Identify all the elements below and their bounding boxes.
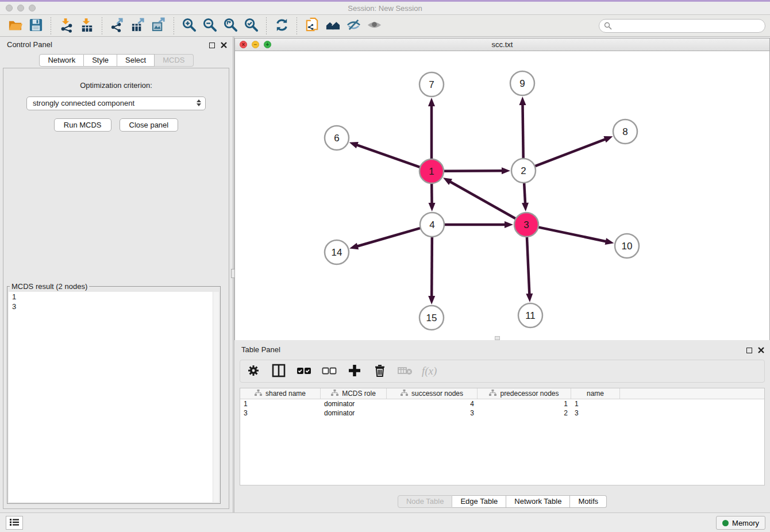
import-network-button[interactable] — [56, 17, 76, 35]
table-settings-button[interactable] — [245, 363, 262, 380]
graph-node-label: 14 — [332, 247, 342, 258]
graph-edge-3-1[interactable] — [449, 181, 515, 219]
function-builder-button[interactable]: f(x) — [422, 363, 437, 380]
tab-node-table[interactable]: Node Table — [398, 495, 453, 508]
cell-predecessor[interactable]: 1 — [478, 399, 571, 408]
eye-slash-icon — [346, 17, 361, 34]
search-container — [599, 19, 765, 33]
tab-mcds[interactable]: MCDS — [155, 54, 193, 67]
cell-name[interactable]: 3 — [571, 408, 620, 418]
table-row[interactable]: 3dominator323 — [240, 408, 764, 418]
tab-network[interactable]: Network — [39, 54, 84, 67]
zoom-selected-button[interactable] — [241, 17, 261, 35]
column-header-label: predecessor nodes — [500, 390, 559, 398]
column-hierarchy-icon — [401, 390, 408, 398]
export-image-button[interactable] — [148, 17, 169, 35]
open-file-button[interactable] — [5, 17, 25, 35]
table-row[interactable]: 1dominator411 — [240, 399, 764, 408]
cell-predecessor[interactable]: 2 — [478, 408, 571, 418]
refresh-button[interactable] — [271, 17, 292, 35]
zoom-in-button[interactable] — [179, 17, 199, 35]
cell-mcds_role[interactable]: dominator — [321, 408, 387, 418]
graph-node-label: 10 — [622, 241, 633, 252]
delete-table-button[interactable] — [396, 363, 414, 380]
search-input[interactable] — [599, 19, 765, 33]
close-panel-button[interactable]: Close panel — [120, 118, 179, 132]
criterion-select[interactable]: strongly connected component — [26, 97, 206, 110]
export-table-icon — [130, 17, 146, 34]
cell-shared_name[interactable]: 1 — [240, 399, 321, 408]
close-panel-icon[interactable] — [221, 40, 227, 51]
split-view-button[interactable] — [270, 363, 287, 380]
result-scrollbar[interactable] — [213, 292, 219, 502]
control-panel-header: Control Panel — [0, 37, 233, 52]
select-all-columns-button[interactable] — [295, 363, 313, 380]
deselect-all-columns-button[interactable] — [321, 363, 338, 380]
optimization-criterion-label: Optimization criterion: — [3, 81, 229, 90]
graph-edge-arrowhead — [443, 178, 452, 185]
tab-motifs[interactable]: Motifs — [570, 495, 607, 508]
graph-edge-1-2[interactable] — [444, 171, 503, 171]
graph-edge-2-8[interactable] — [535, 139, 607, 167]
zoom-fit-icon — [223, 17, 238, 34]
cell-mcds_role[interactable]: dominator — [321, 399, 387, 408]
run-mcds-button[interactable]: Run MCDS — [54, 118, 111, 132]
column-header-mcds_role[interactable]: MCDS role — [321, 388, 387, 399]
trash-icon — [373, 364, 387, 379]
export-table-button[interactable] — [128, 17, 148, 35]
column-header-label: successor nodes — [411, 390, 463, 398]
cell-name[interactable]: 1 — [571, 399, 620, 408]
save-session-button[interactable] — [25, 17, 46, 35]
column-header-predecessor[interactable]: predecessor nodes — [478, 388, 571, 399]
show-all-button[interactable] — [364, 17, 384, 35]
close-panel-icon[interactable] — [758, 345, 764, 356]
graph-edge-3-11[interactable] — [527, 237, 530, 295]
eye-icon — [367, 17, 382, 34]
graph-edge-arrowhead — [522, 203, 529, 211]
import-table-button[interactable] — [76, 17, 97, 35]
network-resize-grip[interactable] — [495, 336, 500, 340]
tab-edge-table[interactable]: Edge Table — [452, 495, 506, 508]
float-panel-icon[interactable] — [746, 348, 752, 353]
column-header-label: name — [587, 390, 604, 398]
mcds-result-group: MCDS result (2 nodes) 13 — [7, 282, 221, 504]
graph-edge-4-14[interactable] — [356, 228, 421, 246]
tab-network-table[interactable]: Network Table — [506, 495, 570, 508]
toolbar-separator — [102, 17, 102, 34]
graph-edge-1-6[interactable] — [356, 145, 420, 167]
result-item[interactable]: 1 — [9, 292, 219, 302]
zoom-out-icon — [202, 17, 218, 34]
memory-button[interactable]: Memory — [716, 516, 765, 530]
tab-select[interactable]: Select — [117, 54, 155, 67]
graph-edge-2-9[interactable] — [522, 103, 523, 159]
cell-successor[interactable]: 4 — [387, 399, 478, 408]
cell-shared_name[interactable]: 3 — [240, 408, 321, 418]
add-column-button[interactable] — [346, 363, 363, 380]
column-header-shared_name[interactable]: shared name — [240, 388, 321, 399]
graph-edge-arrowhead — [505, 221, 513, 228]
home-button[interactable] — [322, 17, 343, 35]
graph-node-label: 11 — [525, 310, 536, 321]
network-canvas[interactable]: 7968124314101511 — [235, 51, 769, 340]
clone-network-button[interactable] — [302, 17, 322, 35]
column-header-name[interactable]: name — [571, 388, 620, 399]
export-network-button[interactable] — [107, 17, 128, 35]
zoom-out-button[interactable] — [199, 17, 220, 35]
task-history-button[interactable] — [6, 516, 23, 530]
graph-edge-4-15[interactable] — [432, 237, 432, 298]
tab-style[interactable]: Style — [84, 54, 117, 67]
status-bar: Memory — [0, 512, 770, 532]
float-panel-icon[interactable] — [209, 43, 215, 48]
gear-icon — [247, 364, 260, 379]
zoom-fit-button[interactable] — [220, 17, 241, 35]
import-table-icon — [79, 17, 95, 34]
graph-edge-3-10[interactable] — [538, 227, 607, 241]
result-item[interactable]: 3 — [9, 302, 219, 311]
zoom-in-icon — [182, 17, 197, 34]
graph-edge-2-3[interactable] — [524, 183, 525, 205]
delete-column-button[interactable] — [371, 363, 388, 380]
column-header-successor[interactable]: successor nodes — [387, 388, 478, 399]
control-panel-tabs: NetworkStyleSelectMCDS — [0, 54, 233, 67]
hide-selected-button[interactable] — [343, 17, 364, 35]
cell-successor[interactable]: 3 — [387, 408, 478, 418]
